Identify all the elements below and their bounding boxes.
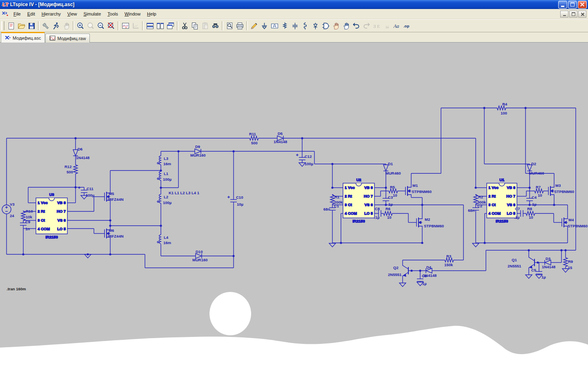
undo-button[interactable] xyxy=(351,21,361,31)
component-C5[interactable] xyxy=(536,272,542,274)
menu-simulate[interactable]: Simulate xyxy=(80,10,104,18)
zoom-in-button[interactable] xyxy=(76,21,86,31)
svg-text:10: 10 xyxy=(538,193,542,197)
component-L1[interactable] xyxy=(157,171,161,180)
menu-file[interactable]: File xyxy=(10,10,24,18)
svg-text:L2: L2 xyxy=(164,195,168,199)
draw-wire-button[interactable] xyxy=(249,21,259,31)
place-ground-button[interactable] xyxy=(259,21,270,31)
component-R7[interactable] xyxy=(534,189,544,193)
component-R10[interactable] xyxy=(21,211,25,221)
drag-button[interactable] xyxy=(341,21,351,31)
component-M3[interactable] xyxy=(545,184,554,197)
run-button[interactable] xyxy=(51,21,61,31)
component-R11[interactable] xyxy=(249,136,259,140)
menu-view[interactable]: View xyxy=(64,10,80,18)
component-L3[interactable] xyxy=(157,156,161,165)
svg-text:C4: C4 xyxy=(532,195,537,200)
mdi-minimize-button[interactable] xyxy=(560,11,568,18)
svg-text:C10: C10 xyxy=(236,195,243,200)
component-M2[interactable] xyxy=(413,216,422,229)
place-inductor-button[interactable] xyxy=(300,21,310,31)
svg-text:VS 6: VS 6 xyxy=(364,202,373,207)
component-Q2[interactable] xyxy=(403,264,412,278)
component-L2[interactable] xyxy=(157,194,161,203)
component-Q1[interactable] xyxy=(529,256,538,269)
ltspice-logo-icon: LT xyxy=(2,1,9,8)
zoom-full-extents-button[interactable] xyxy=(106,21,116,31)
svg-text:1 Vcc: 1 Vcc xyxy=(38,200,48,205)
minimize-button[interactable] xyxy=(558,1,567,9)
svg-text:U1: U1 xyxy=(499,177,505,182)
toolbar-separator xyxy=(73,21,74,30)
svg-text:C12: C12 xyxy=(305,154,312,159)
menu-help[interactable]: Help xyxy=(144,10,160,18)
svg-text:2 Rt: 2 Rt xyxy=(345,194,352,198)
save-button[interactable] xyxy=(27,21,37,31)
zoom-out-button[interactable] xyxy=(96,21,106,31)
cascade-windows-button[interactable] xyxy=(165,21,176,31)
restore-button[interactable] xyxy=(568,1,577,9)
svg-text:C3: C3 xyxy=(388,195,393,200)
svg-text:1N4148: 1N4148 xyxy=(76,155,89,160)
mdi-restore-button[interactable] xyxy=(569,11,577,18)
tile-vertical-button[interactable] xyxy=(155,21,165,31)
svg-text:R12: R12 xyxy=(65,164,71,169)
svg-text:100µ: 100µ xyxy=(163,177,172,182)
ic-U3[interactable]: U3IR21531 VccVB 82 RtHO 73 CtVS 64 COMLO… xyxy=(36,192,67,239)
move-button[interactable] xyxy=(331,21,341,31)
copy-button[interactable] xyxy=(190,21,200,31)
svg-text:C2: C2 xyxy=(477,204,482,208)
component-M4[interactable] xyxy=(559,216,568,229)
svg-text:VS 6: VS 6 xyxy=(507,202,515,207)
tab-Модифиц.raw[interactable]: Модифиц.raw xyxy=(45,34,90,43)
net-label-button[interactable] xyxy=(270,21,280,31)
svg-text:500: 500 xyxy=(251,141,258,145)
svg-text:16m: 16m xyxy=(163,162,171,166)
mdi-close-button[interactable] xyxy=(578,11,586,18)
svg-text:U2: U2 xyxy=(356,177,361,182)
svg-text:10µ: 10µ xyxy=(237,202,243,206)
component-C12[interactable] xyxy=(296,154,305,160)
print-preview-button[interactable] xyxy=(225,21,235,31)
svg-text:1µ: 1µ xyxy=(388,202,393,206)
add-text-button[interactable]: Aa xyxy=(392,21,402,31)
schematic-canvas[interactable]: U3IR21531 VccVB 82 RtHO 73 CtVS 64 COMLO… xyxy=(0,43,588,368)
new-schematic-button[interactable] xyxy=(6,21,16,31)
component-R3[interactable] xyxy=(444,258,454,262)
menu-tools[interactable]: Tools xyxy=(104,10,121,18)
find-button[interactable] xyxy=(210,21,220,31)
autorange-waveform-button[interactable] xyxy=(120,21,131,31)
component-R12[interactable] xyxy=(74,164,78,175)
svg-text:U3: U3 xyxy=(49,192,54,197)
component-C10[interactable] xyxy=(227,196,237,202)
component-L4[interactable] xyxy=(157,235,161,244)
menu-edit[interactable]: Edit xyxy=(24,10,38,18)
menu-hierarchy[interactable]: Hierarchy xyxy=(38,10,64,18)
tab-Модифиц.asc[interactable]: Модифиц.asc xyxy=(1,32,45,43)
ic-U2[interactable]: U2IR21531 VccVB 82 RtHO 73 CtVS 64 COMLO… xyxy=(343,177,374,223)
ic-U1[interactable]: U1IR21531 VccVB 82 RtHO 73 CtVS 64 COMLO… xyxy=(487,177,517,223)
svg-text:150k: 150k xyxy=(444,263,453,267)
torn-screenshot-area xyxy=(0,292,588,368)
svg-text:VB 8: VB 8 xyxy=(507,185,515,190)
place-component-button[interactable] xyxy=(321,21,331,31)
open-button[interactable] xyxy=(16,21,27,31)
schematic-drawing[interactable]: U3IR21531 VccVB 82 RtHO 73 CtVS 64 COMLO… xyxy=(0,43,588,368)
component-R5[interactable] xyxy=(388,189,399,193)
close-button[interactable] xyxy=(578,1,587,9)
component-C7[interactable] xyxy=(521,210,523,217)
place-capacitor-button[interactable] xyxy=(290,21,300,31)
spice-directive-button[interactable]: .op xyxy=(402,21,412,31)
tile-horizontal-button[interactable] xyxy=(145,21,155,31)
component-M1[interactable] xyxy=(402,184,411,197)
place-resistor-button[interactable] xyxy=(280,21,290,31)
place-diode-button[interactable] xyxy=(310,21,321,31)
control-panel-button[interactable] xyxy=(41,21,51,31)
toolbar-separator xyxy=(222,21,223,30)
mirror-button: ƎE xyxy=(372,21,382,31)
component-R4[interactable] xyxy=(496,106,507,110)
cut-button[interactable] xyxy=(180,21,190,31)
print-button[interactable] xyxy=(235,21,245,31)
menu-window[interactable]: Window xyxy=(121,10,144,18)
